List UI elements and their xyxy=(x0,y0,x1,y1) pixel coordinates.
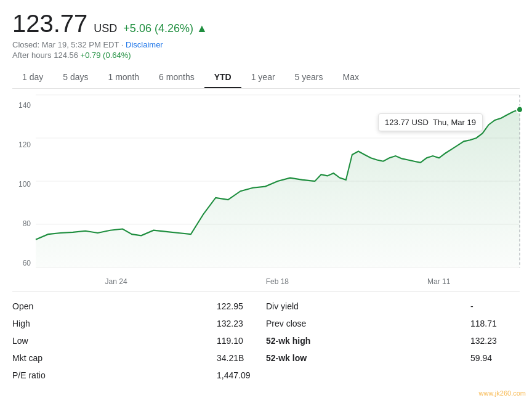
chart-tooltip: 123.77 USD Thu, Mar 19 xyxy=(378,113,483,131)
chart-inner: 123.77 USD Thu, Mar 19 xyxy=(36,95,520,286)
stat-value-52wklow: 59.94 xyxy=(470,353,520,363)
stat-low: Low 119.10 xyxy=(12,333,266,348)
chart-end-dot xyxy=(517,106,523,113)
tab-6months[interactable]: 6 months xyxy=(149,67,204,88)
price-currency: USD xyxy=(94,22,117,35)
stat-label-pe: P/E ratio xyxy=(12,370,62,380)
stats-right: Div yield - Prev close 118.71 52-wk high… xyxy=(266,299,520,383)
watermark: www.jk260.com xyxy=(479,389,526,397)
tab-ytd[interactable]: YTD xyxy=(204,67,241,88)
stat-value-mktcap: 34.21B xyxy=(217,353,266,363)
stock-price: 123.77 xyxy=(12,10,87,38)
stat-value-pe: 1,447.09 xyxy=(217,370,266,380)
stat-label-52wkhigh: 52-wk high xyxy=(266,336,328,346)
price-change: +5.06 (4.26%) ▲ xyxy=(123,22,207,35)
afterhours-change: +0.79 (0.64%) xyxy=(81,51,131,60)
closed-info: Closed: Mar 19, 5:32 PM EDT · Disclaimer xyxy=(12,40,520,49)
stat-mktcap: Mkt cap 34.21B xyxy=(12,351,266,365)
stat-52wklow: 52-wk low 59.94 xyxy=(266,351,520,365)
y-axis: 140 120 100 80 60 xyxy=(12,95,36,286)
x-axis: Jan 24 Feb 18 Mar 11 xyxy=(36,270,520,288)
stat-divyield: Div yield - xyxy=(266,299,520,314)
stat-value-open: 122.95 xyxy=(217,301,266,311)
tab-1year[interactable]: 1 year xyxy=(241,67,285,88)
tooltip-price: 123.77 USD xyxy=(385,118,429,127)
stat-value-52wkhigh: 132.23 xyxy=(470,336,520,346)
stat-value-low: 119.10 xyxy=(217,336,266,346)
stat-value-divyield: - xyxy=(470,301,520,311)
stat-label-divyield: Div yield xyxy=(266,301,328,311)
stat-value-prevclose: 118.71 xyxy=(470,319,520,328)
x-label-feb18: Feb 18 xyxy=(266,277,289,286)
stat-label-high: High xyxy=(12,319,62,328)
stat-label-low: Low xyxy=(12,336,62,346)
stat-label-prevclose: Prev close xyxy=(266,319,328,328)
tab-1month[interactable]: 1 month xyxy=(99,67,150,88)
tab-5years[interactable]: 5 years xyxy=(285,67,333,88)
y-label-140: 140 xyxy=(12,101,31,110)
stat-prevclose: Prev close 118.71 xyxy=(266,316,520,331)
stat-label-open: Open xyxy=(12,301,62,311)
tab-5days[interactable]: 5 days xyxy=(53,67,98,88)
y-label-120: 120 xyxy=(12,140,31,149)
stat-high: High 132.23 xyxy=(12,316,266,331)
tab-1day[interactable]: 1 day xyxy=(12,67,53,88)
tab-max[interactable]: Max xyxy=(333,67,369,88)
x-label-mar11: Mar 11 xyxy=(427,277,450,286)
stats-section: Open 122.95 High 132.23 Low 119.10 Mkt c… xyxy=(12,291,520,383)
stats-left: Open 122.95 High 132.23 Low 119.10 Mkt c… xyxy=(12,299,266,383)
x-label-jan24: Jan 24 xyxy=(105,277,127,286)
afterhours-info: After hours 124.56 +0.79 (0.64%) xyxy=(12,51,520,60)
y-label-80: 80 xyxy=(12,219,31,228)
stat-52wkhigh: 52-wk high 132.23 xyxy=(266,333,520,348)
y-label-60: 60 xyxy=(12,259,31,267)
stat-pe: P/E ratio 1,447.09 xyxy=(12,368,266,383)
stat-label-52wklow: 52-wk low xyxy=(266,353,328,363)
chart-area: 140 120 100 80 60 123.77 USD Thu, Mar 19 xyxy=(12,89,520,286)
tooltip-date: Thu, Mar 19 xyxy=(433,118,476,127)
stat-value-high: 132.23 xyxy=(217,319,266,328)
y-label-100: 100 xyxy=(12,180,31,189)
stat-label-mktcap: Mkt cap xyxy=(12,353,62,363)
timeframe-tabs: 1 day 5 days 1 month 6 months YTD 1 year… xyxy=(12,67,520,89)
disclaimer-link[interactable]: Disclaimer xyxy=(126,40,163,49)
stat-open: Open 122.95 xyxy=(12,299,266,314)
